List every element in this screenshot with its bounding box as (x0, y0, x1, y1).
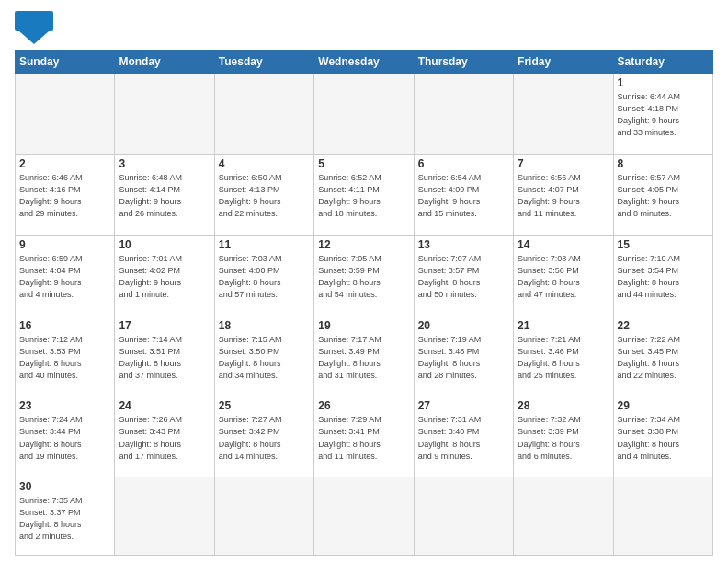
calendar-day: 10Sunrise: 7:01 AM Sunset: 4:02 PM Dayli… (115, 235, 214, 316)
day-number: 11 (219, 238, 310, 251)
day-number: 4 (219, 157, 310, 170)
calendar-day: 4Sunrise: 6:50 AM Sunset: 4:13 PM Daylig… (214, 154, 313, 235)
day-number: 25 (219, 399, 310, 412)
day-info: Sunrise: 7:31 AM Sunset: 3:40 PM Dayligh… (418, 414, 509, 462)
day-number: 13 (418, 238, 509, 251)
day-info: Sunrise: 6:50 AM Sunset: 4:13 PM Dayligh… (219, 172, 310, 220)
calendar-header-monday: Monday (115, 51, 214, 74)
calendar-day (214, 477, 313, 556)
calendar-day: 12Sunrise: 7:05 AM Sunset: 3:59 PM Dayli… (314, 235, 414, 316)
calendar-day: 19Sunrise: 7:17 AM Sunset: 3:49 PM Dayli… (314, 316, 414, 396)
calendar-day (514, 477, 613, 556)
calendar-day: 18Sunrise: 7:15 AM Sunset: 3:50 PM Dayli… (214, 316, 313, 396)
calendar-header-tuesday: Tuesday (214, 51, 313, 74)
calendar-day: 3Sunrise: 6:48 AM Sunset: 4:14 PM Daylig… (115, 154, 214, 235)
day-number: 14 (518, 238, 609, 251)
calendar-day (414, 74, 513, 155)
day-info: Sunrise: 7:32 AM Sunset: 3:39 PM Dayligh… (518, 414, 609, 462)
calendar-day: 27Sunrise: 7:31 AM Sunset: 3:40 PM Dayli… (414, 396, 513, 477)
day-info: Sunrise: 6:52 AM Sunset: 4:11 PM Dayligh… (318, 172, 409, 220)
calendar-day: 22Sunrise: 7:22 AM Sunset: 3:45 PM Dayli… (613, 316, 712, 396)
calendar-week-3: 16Sunrise: 7:12 AM Sunset: 3:53 PM Dayli… (16, 316, 713, 396)
day-info: Sunrise: 7:26 AM Sunset: 3:43 PM Dayligh… (119, 414, 210, 462)
day-number: 27 (418, 399, 509, 412)
day-number: 20 (418, 319, 509, 332)
calendar-week-5: 30Sunrise: 7:35 AM Sunset: 3:37 PM Dayli… (16, 477, 713, 556)
day-info: Sunrise: 7:24 AM Sunset: 3:44 PM Dayligh… (19, 414, 110, 462)
calendar-day: 2Sunrise: 6:46 AM Sunset: 4:16 PM Daylig… (16, 154, 115, 235)
logo-area (15, 11, 57, 44)
day-number: 28 (518, 399, 609, 412)
calendar-day (314, 74, 414, 155)
day-number: 18 (219, 319, 310, 332)
day-info: Sunrise: 6:48 AM Sunset: 4:14 PM Dayligh… (119, 172, 210, 220)
day-info: Sunrise: 7:35 AM Sunset: 3:37 PM Dayligh… (19, 495, 110, 543)
calendar-day: 8Sunrise: 6:57 AM Sunset: 4:05 PM Daylig… (613, 154, 712, 235)
calendar-week-4: 23Sunrise: 7:24 AM Sunset: 3:44 PM Dayli… (16, 396, 713, 477)
logo-icon (15, 11, 53, 44)
calendar-day: 17Sunrise: 7:14 AM Sunset: 3:51 PM Dayli… (115, 316, 214, 396)
calendar-day: 21Sunrise: 7:21 AM Sunset: 3:46 PM Dayli… (514, 316, 613, 396)
calendar-day: 6Sunrise: 6:54 AM Sunset: 4:09 PM Daylig… (414, 154, 513, 235)
calendar-day: 23Sunrise: 7:24 AM Sunset: 3:44 PM Dayli… (16, 396, 115, 477)
day-info: Sunrise: 7:14 AM Sunset: 3:51 PM Dayligh… (119, 334, 210, 382)
day-info: Sunrise: 6:57 AM Sunset: 4:05 PM Dayligh… (618, 172, 709, 220)
day-number: 16 (19, 319, 110, 332)
day-info: Sunrise: 7:10 AM Sunset: 3:54 PM Dayligh… (618, 253, 709, 301)
calendar-header-thursday: Thursday (414, 51, 513, 74)
day-info: Sunrise: 7:27 AM Sunset: 3:42 PM Dayligh… (219, 414, 310, 462)
day-number: 22 (618, 319, 709, 332)
calendar-day: 15Sunrise: 7:10 AM Sunset: 3:54 PM Dayli… (613, 235, 712, 316)
calendar-header-sunday: Sunday (16, 51, 115, 74)
day-number: 21 (518, 319, 609, 332)
calendar-day: 29Sunrise: 7:34 AM Sunset: 3:38 PM Dayli… (613, 396, 712, 477)
day-number: 9 (19, 238, 110, 251)
calendar-day: 11Sunrise: 7:03 AM Sunset: 4:00 PM Dayli… (214, 235, 313, 316)
calendar-table: SundayMondayTuesdayWednesdayThursdayFrid… (15, 50, 713, 556)
page: SundayMondayTuesdayWednesdayThursdayFrid… (0, 0, 728, 563)
day-number: 2 (19, 157, 110, 170)
calendar-header-row: SundayMondayTuesdayWednesdayThursdayFrid… (16, 51, 713, 74)
day-number: 5 (318, 157, 409, 170)
day-info: Sunrise: 7:17 AM Sunset: 3:49 PM Dayligh… (318, 334, 409, 382)
day-number: 7 (518, 157, 609, 170)
calendar-day (314, 477, 414, 556)
calendar-day: 20Sunrise: 7:19 AM Sunset: 3:48 PM Dayli… (414, 316, 513, 396)
day-number: 3 (119, 157, 210, 170)
calendar-day: 1Sunrise: 6:44 AM Sunset: 4:18 PM Daylig… (613, 74, 712, 155)
day-number: 6 (418, 157, 509, 170)
day-number: 1 (618, 76, 709, 89)
calendar-day (613, 477, 712, 556)
calendar-day: 24Sunrise: 7:26 AM Sunset: 3:43 PM Dayli… (115, 396, 214, 477)
day-info: Sunrise: 7:22 AM Sunset: 3:45 PM Dayligh… (618, 334, 709, 382)
day-number: 24 (119, 399, 210, 412)
day-info: Sunrise: 7:03 AM Sunset: 4:00 PM Dayligh… (219, 253, 310, 301)
day-number: 15 (618, 238, 709, 251)
day-number: 26 (318, 399, 409, 412)
header (15, 11, 713, 44)
calendar-day: 26Sunrise: 7:29 AM Sunset: 3:41 PM Dayli… (314, 396, 414, 477)
calendar-day: 16Sunrise: 7:12 AM Sunset: 3:53 PM Dayli… (16, 316, 115, 396)
day-number: 10 (119, 238, 210, 251)
day-info: Sunrise: 7:19 AM Sunset: 3:48 PM Dayligh… (418, 334, 509, 382)
calendar-header-saturday: Saturday (613, 51, 712, 74)
calendar-day: 9Sunrise: 6:59 AM Sunset: 4:04 PM Daylig… (16, 235, 115, 316)
day-info: Sunrise: 7:34 AM Sunset: 3:38 PM Dayligh… (618, 414, 709, 462)
day-info: Sunrise: 7:29 AM Sunset: 3:41 PM Dayligh… (318, 414, 409, 462)
calendar-day: 14Sunrise: 7:08 AM Sunset: 3:56 PM Dayli… (514, 235, 613, 316)
day-info: Sunrise: 7:15 AM Sunset: 3:50 PM Dayligh… (219, 334, 310, 382)
day-info: Sunrise: 6:54 AM Sunset: 4:09 PM Dayligh… (418, 172, 509, 220)
calendar-week-2: 9Sunrise: 6:59 AM Sunset: 4:04 PM Daylig… (16, 235, 713, 316)
day-number: 12 (318, 238, 409, 251)
calendar-day: 25Sunrise: 7:27 AM Sunset: 3:42 PM Dayli… (214, 396, 313, 477)
day-number: 8 (618, 157, 709, 170)
calendar-day (115, 477, 214, 556)
day-number: 23 (19, 399, 110, 412)
calendar-day: 13Sunrise: 7:07 AM Sunset: 3:57 PM Dayli… (414, 235, 513, 316)
svg-rect-0 (15, 11, 53, 31)
day-info: Sunrise: 7:21 AM Sunset: 3:46 PM Dayligh… (518, 334, 609, 382)
calendar-day (115, 74, 214, 155)
calendar-day: 28Sunrise: 7:32 AM Sunset: 3:39 PM Dayli… (514, 396, 613, 477)
day-info: Sunrise: 7:08 AM Sunset: 3:56 PM Dayligh… (518, 253, 609, 301)
calendar-day (414, 477, 513, 556)
